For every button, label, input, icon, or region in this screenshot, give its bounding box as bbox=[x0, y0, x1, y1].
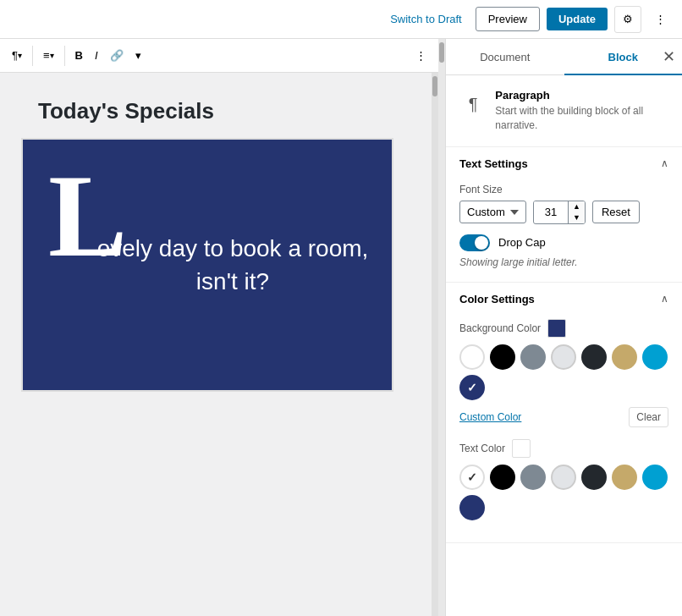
font-size-select[interactable]: Custom bbox=[459, 201, 526, 223]
background-color-palette bbox=[459, 344, 668, 400]
dropdown-arrow: ▾ bbox=[18, 51, 22, 60]
block-toolbar: ¶ ▾ ≡ ▾ B I 🔗 ▾ ⋮ bbox=[0, 39, 438, 73]
content-block[interactable]: L ovely day to book a room, isn't it? bbox=[21, 138, 393, 392]
bg-color-tan[interactable] bbox=[612, 344, 637, 370]
text-color-label-text: Text Color bbox=[459, 443, 505, 454]
font-size-reset-button[interactable]: Reset bbox=[592, 201, 640, 223]
background-color-label: Background Color bbox=[459, 319, 668, 338]
custom-color-button[interactable]: Custom Color bbox=[459, 411, 521, 423]
block-info: ¶ Paragraph Start with the building bloc… bbox=[446, 75, 682, 147]
bg-color-dark-gray[interactable] bbox=[581, 344, 607, 370]
color-settings-section: Color Settings ∧ Background Color bbox=[446, 283, 682, 543]
preview-button[interactable]: Preview bbox=[476, 7, 540, 31]
color-settings-chevron: ∧ bbox=[661, 293, 668, 305]
drop-cap-toggle[interactable] bbox=[459, 234, 490, 251]
font-size-input[interactable]: 31 bbox=[534, 201, 568, 223]
text-color-section: Text Color bbox=[459, 439, 668, 520]
editor-scroll-area: Today's Specials L ovely day to book a r… bbox=[0, 73, 438, 616]
drop-cap-letter: L bbox=[48, 157, 127, 275]
toolbar-separator-2 bbox=[64, 46, 65, 66]
text-color-preview bbox=[512, 439, 531, 458]
more-icon: ▾ bbox=[135, 49, 141, 62]
alignment-button[interactable]: ≡ ▾ bbox=[38, 46, 59, 65]
sidebar-scroll-indicator bbox=[438, 39, 445, 616]
link-button[interactable]: 🔗 bbox=[105, 46, 129, 65]
update-button[interactable]: Update bbox=[547, 8, 608, 30]
block-name-label: Paragraph bbox=[495, 89, 668, 102]
bg-color-gray[interactable] bbox=[520, 344, 546, 370]
text-settings-chevron: ∧ bbox=[661, 157, 668, 169]
text-color-gray[interactable] bbox=[520, 465, 546, 490]
text-color-navy[interactable] bbox=[459, 495, 485, 520]
background-color-preview bbox=[547, 319, 566, 338]
overflow-menu-button[interactable]: ⋮ bbox=[648, 8, 672, 31]
bold-button[interactable]: B bbox=[70, 46, 88, 65]
text-settings-section: Text Settings ∧ Font Size Custom 31 ▲ ▼ bbox=[446, 147, 682, 283]
block-description: Paragraph Start with the building block … bbox=[495, 89, 668, 133]
background-color-actions: Custom Color Clear bbox=[459, 407, 668, 427]
settings-gear-button[interactable]: ⚙ bbox=[614, 6, 641, 33]
font-size-up-button[interactable]: ▲ bbox=[569, 201, 585, 212]
toolbar-separator bbox=[32, 46, 33, 66]
text-color-tan[interactable] bbox=[612, 465, 637, 490]
drop-cap-hint: Showing large initial letter. bbox=[459, 256, 668, 268]
gear-icon: ⚙ bbox=[623, 13, 633, 25]
align-icon: ≡ bbox=[43, 49, 50, 62]
overflow-icon: ⋮ bbox=[415, 49, 426, 62]
text-color-cyan[interactable] bbox=[642, 465, 668, 490]
align-dropdown-arrow: ▾ bbox=[50, 51, 54, 60]
text-settings-header[interactable]: Text Settings ∧ bbox=[446, 147, 682, 180]
text-settings-body: Font Size Custom 31 ▲ ▼ Reset bbox=[446, 180, 682, 282]
text-color-palette bbox=[459, 465, 668, 520]
text-color-white[interactable] bbox=[459, 465, 485, 490]
text-color-black[interactable] bbox=[490, 465, 515, 490]
font-size-label: Font Size bbox=[459, 184, 668, 195]
font-size-row: Custom 31 ▲ ▼ Reset bbox=[459, 201, 668, 224]
italic-icon: I bbox=[95, 49, 98, 62]
block-description-text: Start with the building block of all nar… bbox=[495, 104, 668, 133]
paragraph-icon: ¶ bbox=[12, 49, 18, 62]
text-color-label: Text Color bbox=[459, 439, 668, 458]
background-color-section: Background Color Custom Col bbox=[459, 319, 668, 427]
editor-area: ¶ ▾ ≡ ▾ B I 🔗 ▾ ⋮ bbox=[0, 39, 438, 616]
color-settings-header[interactable]: Color Settings ∧ bbox=[446, 283, 682, 316]
text-color-light-gray[interactable] bbox=[551, 465, 576, 490]
font-size-number-input: 31 ▲ ▼ bbox=[533, 201, 586, 224]
sidebar: Document Block ✕ ¶ Paragraph Start with … bbox=[445, 39, 682, 616]
text-color-dark-gray[interactable] bbox=[581, 465, 607, 490]
bold-icon: B bbox=[75, 49, 83, 62]
bg-color-white[interactable] bbox=[459, 344, 485, 370]
bg-color-navy[interactable] bbox=[459, 375, 485, 400]
block-more-button[interactable]: ⋮ bbox=[410, 46, 432, 65]
more-options-button[interactable]: ▾ bbox=[130, 46, 146, 65]
italic-button[interactable]: I bbox=[90, 46, 103, 65]
drop-cap-row: Drop Cap bbox=[459, 234, 668, 251]
font-size-down-button[interactable]: ▼ bbox=[569, 212, 585, 223]
switch-to-draft-button[interactable]: Switch to Draft bbox=[383, 9, 469, 29]
tab-document[interactable]: Document bbox=[446, 39, 564, 75]
paragraph-type-button[interactable]: ¶ ▾ bbox=[7, 46, 27, 65]
text-settings-title: Text Settings bbox=[459, 157, 528, 170]
paragraph-block-icon: ¶ bbox=[459, 89, 487, 119]
topbar: Switch to Draft Preview Update ⚙ ⋮ bbox=[0, 0, 682, 39]
bg-color-light-gray[interactable] bbox=[551, 344, 576, 370]
sidebar-close-button[interactable]: ✕ bbox=[663, 47, 675, 66]
drop-cap-label: Drop Cap bbox=[498, 236, 546, 249]
main-layout: ¶ ▾ ≡ ▾ B I 🔗 ▾ ⋮ bbox=[0, 39, 682, 616]
bg-color-cyan[interactable] bbox=[642, 344, 668, 370]
color-settings-title: Color Settings bbox=[459, 293, 535, 305]
toggle-thumb bbox=[475, 236, 488, 250]
sidebar-tabs: Document Block ✕ bbox=[446, 39, 682, 75]
ellipsis-icon: ⋮ bbox=[655, 13, 666, 25]
link-icon: 🔗 bbox=[110, 49, 124, 62]
background-color-label-text: Background Color bbox=[459, 322, 541, 334]
clear-background-color-button[interactable]: Clear bbox=[629, 407, 668, 427]
font-size-arrows: ▲ ▼ bbox=[568, 201, 585, 223]
color-settings-body: Background Color Custom Col bbox=[446, 316, 682, 542]
bg-color-black[interactable] bbox=[490, 344, 515, 370]
page-title: Today's Specials bbox=[38, 98, 410, 124]
